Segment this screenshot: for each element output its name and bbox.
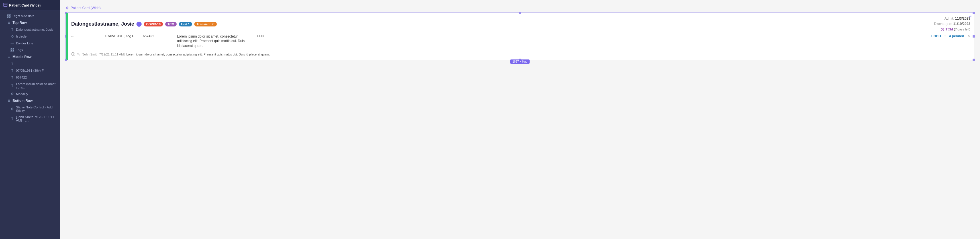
note-edit-icon[interactable]: ✎ bbox=[77, 52, 80, 57]
card-accent-bar bbox=[66, 13, 68, 60]
card-note-row: ✎ [John Smith 7/12/21 11:11 AM] Lorem ip… bbox=[71, 50, 970, 57]
text-icon-note: T bbox=[10, 117, 14, 120]
card-type-label: Patient Card (Wide) bbox=[71, 6, 100, 10]
sidebar-item-label: Modality bbox=[16, 92, 28, 96]
sidebar-header-label: Patient Card (Wide) bbox=[9, 3, 41, 7]
card-admit-info: Admit: 11/3/2023 Discharged: 11/19/2023 … bbox=[934, 16, 970, 32]
svg-rect-10 bbox=[11, 49, 12, 50]
sidebar: Patient Card (Wide) Right side data bbox=[0, 0, 60, 239]
svg-rect-13 bbox=[13, 51, 14, 52]
sidebar-item-dalongestlastname[interactable]: T Dalongestlastname, Josie bbox=[0, 26, 60, 33]
minus-icon: — bbox=[10, 41, 14, 45]
sidebar-item-lorem[interactable]: T Lorem ipsum dolor sit amet, cons... bbox=[0, 81, 60, 90]
sidebar-item-label: Divider Line bbox=[16, 41, 33, 45]
top-row-icon bbox=[7, 21, 11, 25]
patient-hhd: HHD bbox=[257, 34, 280, 38]
sidebar-item-label: Middle Row bbox=[13, 55, 32, 59]
sidebar-item-dash[interactable]: T -- bbox=[0, 60, 60, 67]
patient-card: ⇌ Dalongestlastname, Josie i COVID-19 TC… bbox=[65, 13, 974, 60]
sidebar-item-label: 657422 bbox=[16, 76, 27, 79]
grid-icon-small bbox=[10, 48, 14, 52]
svg-rect-4 bbox=[7, 16, 8, 17]
sidebar-item-tags[interactable]: Tags bbox=[0, 47, 60, 54]
card-body: Dalongestlastname, Josie i COVID-19 TCM … bbox=[66, 13, 974, 60]
sidebar-item-middle-row[interactable]: Middle Row bbox=[0, 54, 60, 60]
move-icon[interactable]: ✥ bbox=[65, 6, 69, 10]
svg-marker-17 bbox=[11, 93, 13, 95]
patient-name: Dalongestlastname, Josie bbox=[71, 21, 134, 27]
card-code-icon[interactable]: ⇌ bbox=[969, 14, 972, 18]
clock-icon bbox=[71, 52, 75, 57]
sidebar-item-dob[interactable]: T 07/05/1981 (39y) F bbox=[0, 67, 60, 74]
sidebar-item-label: Top Row bbox=[13, 21, 27, 25]
patient-dob: 07/05/1981 (39y) F bbox=[105, 34, 143, 38]
svg-rect-0 bbox=[4, 3, 7, 6]
sidebar-item-label: Right side data bbox=[13, 14, 35, 17]
patient-card-icon bbox=[3, 3, 7, 8]
sidebar-item-label: Sticky Note Control - Add Sticky bbox=[16, 106, 56, 112]
svg-rect-3 bbox=[10, 14, 11, 16]
sidebar-item-modality[interactable]: Modality bbox=[0, 90, 60, 97]
svg-rect-12 bbox=[11, 51, 12, 52]
sidebar-header: Patient Card (Wide) bbox=[0, 0, 60, 11]
diamond-icon-sticky bbox=[10, 107, 14, 111]
text-icon-dash: T bbox=[10, 62, 14, 66]
diamond-icon-modality bbox=[10, 92, 14, 96]
sidebar-item-label: Lorem ipsum dolor sit amet, cons... bbox=[16, 82, 56, 89]
badge-transient[interactable]: Transient Pt bbox=[194, 22, 217, 27]
sidebar-item-label: [John Smith 7/12/21 11:11 AM] - L... bbox=[16, 115, 56, 122]
card-header-row: Dalongestlastname, Josie i COVID-19 TCM … bbox=[71, 16, 970, 32]
sidebar-item-sticky-note[interactable]: Sticky Note Control - Add Sticky bbox=[0, 104, 60, 114]
badge-unit[interactable]: Unit 1 bbox=[179, 22, 192, 27]
edit-pended-icon[interactable]: ✎ bbox=[967, 34, 970, 38]
patient-info-icon[interactable]: i bbox=[137, 22, 142, 27]
sidebar-item-label: Tags bbox=[16, 48, 23, 52]
card-label-row: ✥ Patient Card (Wide) bbox=[65, 6, 974, 10]
admit-row: Admit: 11/3/2023 bbox=[934, 16, 970, 21]
svg-marker-21 bbox=[11, 108, 13, 110]
svg-rect-5 bbox=[10, 16, 11, 17]
resize-handle-mr[interactable] bbox=[973, 35, 975, 38]
tcm-days-left: (7 days left) bbox=[954, 28, 970, 31]
dot-separator: • bbox=[944, 34, 945, 38]
sidebar-item-h-circle[interactable]: h-circle bbox=[0, 33, 60, 40]
discharged-date: 11/19/2023 bbox=[953, 22, 970, 26]
hhd-link[interactable]: 1 HHD bbox=[931, 34, 941, 38]
discharged-row: Discharged: 11/19/2023 bbox=[934, 21, 970, 27]
sidebar-section: Right side data Top Row T Dalongestlastn… bbox=[0, 11, 60, 125]
sidebar-item-label: Bottom Row bbox=[13, 99, 33, 103]
text-icon: T bbox=[10, 28, 14, 32]
sidebar-item-bottom-row[interactable]: Bottom Row bbox=[0, 97, 60, 104]
resize-handle-tm[interactable] bbox=[519, 12, 521, 14]
discharged-label: Discharged: bbox=[934, 22, 952, 26]
sidebar-item-top-row[interactable]: Top Row bbox=[0, 19, 60, 26]
badge-covid[interactable]: COVID-19 bbox=[144, 22, 163, 27]
card-size-label: 1827 × Hug bbox=[510, 60, 530, 64]
resize-handle-br[interactable] bbox=[973, 59, 975, 61]
svg-rect-11 bbox=[13, 49, 14, 50]
sidebar-item-right-side-data[interactable]: Right side data bbox=[0, 13, 60, 19]
card-cell-right: 1 HHD • 4 pended ✎ bbox=[931, 34, 970, 38]
text-icon-lorem: T bbox=[10, 84, 14, 88]
resize-handle-tr[interactable] bbox=[973, 12, 975, 14]
diamond-icon bbox=[10, 35, 14, 38]
sidebar-item-label: 07/05/1981 (39y) F bbox=[16, 69, 44, 72]
patient-card-wrapper: ⇌ Dalongestlastname, Josie i COVID-19 TC… bbox=[65, 13, 974, 60]
sidebar-item-divider-line[interactable]: — Divider Line bbox=[0, 40, 60, 47]
pended-link[interactable]: 4 pended bbox=[949, 34, 964, 38]
sidebar-item-label: -- bbox=[16, 62, 18, 65]
patient-notes: Lorem ipsum dolor sit amet, consectetur … bbox=[177, 34, 257, 48]
badge-tcm[interactable]: TCM bbox=[165, 22, 177, 27]
sidebar-item-label: Dalongestlastname, Josie bbox=[16, 28, 54, 31]
admit-date: 11/3/2023 bbox=[955, 16, 970, 21]
bottom-row-icon bbox=[7, 99, 11, 103]
sidebar-item-label: h-circle bbox=[16, 35, 27, 38]
note-author: [John Smith 7/12/21 11:11 AM] bbox=[82, 53, 124, 56]
patient-mrn: 657422 bbox=[143, 34, 177, 38]
tcm-row: TCM (7 days left) bbox=[934, 27, 970, 32]
tcm-value: TCM bbox=[945, 27, 953, 31]
sidebar-item-mrn[interactable]: T 657422 bbox=[0, 74, 60, 81]
patient-name-area: Dalongestlastname, Josie i COVID-19 TCM … bbox=[71, 21, 217, 27]
sidebar-item-note-text[interactable]: T [John Smith 7/12/21 11:11 AM] - L... bbox=[0, 114, 60, 123]
middle-row-icon bbox=[7, 55, 11, 59]
